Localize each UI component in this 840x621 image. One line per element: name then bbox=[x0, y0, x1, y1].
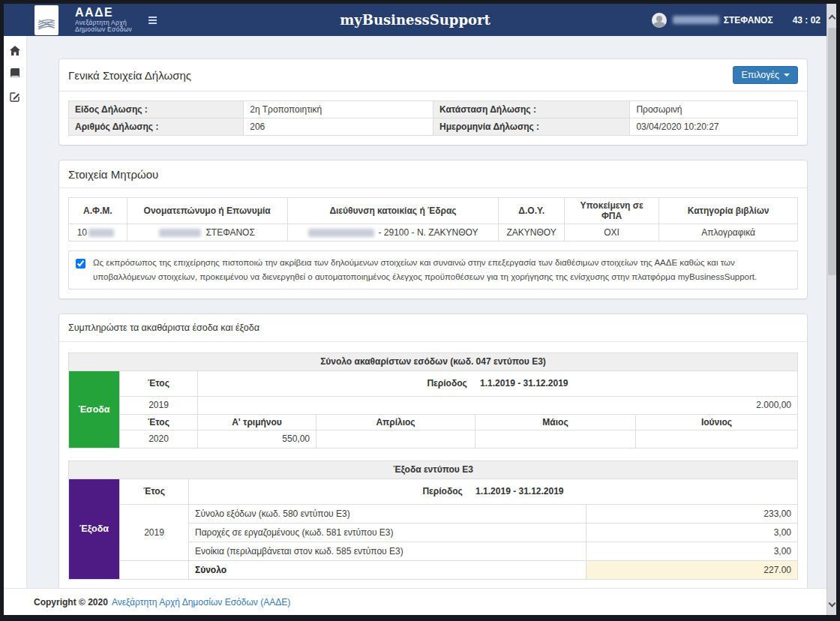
edit-icon[interactable] bbox=[9, 91, 21, 103]
field-value: 2η Τροποποιητική bbox=[244, 101, 434, 118]
field-value: 206 bbox=[244, 118, 434, 136]
table-row: Έξοδα Έτος Περίοδος 1.1.2019 - 31.12.201… bbox=[69, 478, 798, 504]
table-row: Είδος Δήλωσης : 2η Τροποποιητική Κατάστα… bbox=[69, 101, 798, 118]
income-table-header-row: Σύνολο ακαθαρίστων εσόδων (κωδ. 047 εντύ… bbox=[69, 352, 798, 370]
consent-checkbox[interactable] bbox=[76, 259, 86, 268]
month-column-header: Ιούνιος bbox=[636, 414, 798, 430]
month-column-header: Α' τριμήνου bbox=[198, 414, 316, 430]
expenses-side-label: Έξοδα bbox=[69, 478, 120, 579]
table-row: 2020 550,00 bbox=[69, 430, 798, 448]
window-frame: ΑΑΔΕ Ανεξάρτητη Αρχή Δημοσίων Εσόδων myB… bbox=[0, 0, 840, 621]
expenses-table-header: Έξοδα εντύπου Ε3 bbox=[69, 460, 798, 478]
general-declaration-panel: Γενικά Στοιχεία Δήλωσης Επιλογές Είδος Δ… bbox=[58, 58, 808, 146]
field-value: 03/04/2020 10:20:27 bbox=[630, 118, 798, 136]
expense-employees-cell[interactable]: 3,00 bbox=[586, 523, 798, 542]
main-content: Γενικά Στοιχεία Δήλωσης Επιλογές Είδος Δ… bbox=[27, 36, 826, 588]
income-2020-may-cell[interactable] bbox=[476, 430, 636, 448]
table-row: Σύνολο 227.00 bbox=[69, 560, 798, 579]
expense-row-label: Παροχές σε εργαζομένους (κωδ. 581 εντύπο… bbox=[189, 523, 586, 542]
avatar-icon[interactable] bbox=[652, 13, 667, 28]
expense-row-label: Σύνολο εξόδων (κωδ. 580 εντύπου Ε3) bbox=[189, 504, 586, 523]
field-label: Κατάσταση Δήλωσης : bbox=[433, 101, 629, 118]
expense-rent-cell[interactable]: 3,00 bbox=[586, 542, 798, 560]
expenses-total-value-cell: 227.00 bbox=[586, 560, 798, 579]
field-value: Προσωρινή bbox=[630, 101, 798, 118]
top-navbar: ΑΑΔΕ Ανεξάρτητη Αρχή Δημοσίων Εσόδων myB… bbox=[4, 4, 826, 36]
consent-box: Ως εκπρόσωπος της επιχείρησης πιστοποιώ … bbox=[68, 250, 798, 290]
name-cell: ΣΤΕΦΑΝΟΣ bbox=[127, 224, 287, 242]
field-label: Είδος Δήλωσης : bbox=[69, 101, 244, 118]
vertical-scrollbar[interactable] bbox=[826, 4, 836, 615]
month-column-header: Μάιος bbox=[476, 414, 636, 430]
empty-year-cell bbox=[120, 560, 189, 579]
income-year-2019: 2019 bbox=[120, 396, 198, 414]
table-row: Έτος Α' τριμήνου Απρίλιος Μάιος Ιούνιος bbox=[69, 414, 798, 430]
field-label: Αριθμός Δήλωσης : bbox=[69, 118, 244, 136]
books-cell: Απλογραφικά bbox=[659, 224, 798, 242]
redacted-afm bbox=[88, 229, 114, 237]
doy-cell: ΖΑΚΥΝΘΟΥ bbox=[499, 224, 564, 242]
expenses-table-header-row: Έξοδα εντύπου Ε3 bbox=[69, 460, 798, 478]
expense-row-label: Ενοίκια (περιλαμβάνεται στον κωδ. 585 εν… bbox=[189, 542, 586, 560]
expenses-total-label: Σύνολο bbox=[189, 560, 586, 579]
address-cell: - 29100 - Ν. ΖΑΚΥΝΘΟΥ bbox=[287, 224, 499, 242]
user-name: ΣΤΕΦΑΝΟΣ bbox=[724, 15, 773, 26]
income-2020-apr-cell[interactable] bbox=[316, 430, 476, 448]
expenses-year-2019: 2019 bbox=[120, 504, 189, 560]
footer-aade-link[interactable]: Ανεξάρτητη Αρχή Δημοσίων Εσόδων (ΑΑΔΕ) bbox=[112, 597, 290, 608]
table-row: Αριθμός Δήλωσης : 206 Ημερομηνία Δήλωσης… bbox=[69, 118, 798, 136]
column-header: Κατηγορία βιβλίων bbox=[659, 198, 798, 224]
declaration-info-table: Είδος Δήλωσης : 2η Τροποποιητική Κατάστα… bbox=[68, 100, 798, 136]
redacted-address bbox=[308, 229, 374, 237]
session-timer: 43 : 02 bbox=[793, 15, 820, 26]
income-table: Σύνολο ακαθαρίστων εσόδων (κωδ. 047 εντύ… bbox=[68, 352, 798, 448]
income-expenses-panel: Συμπληρώστε τα ακαθάριστα έσοδα και έξοδ… bbox=[58, 314, 808, 588]
income-2019-total-cell[interactable]: 2.000,00 bbox=[198, 396, 798, 414]
year-label: Έτος bbox=[120, 414, 198, 430]
income-expenses-title: Συμπληρώστε τα ακαθάριστα έσοδα και έξοδ… bbox=[68, 322, 260, 333]
book-icon[interactable] bbox=[9, 68, 21, 80]
income-period-cell: Περίοδος 1.1.2019 - 31.12.2019 bbox=[198, 370, 798, 396]
month-column-header: Απρίλιος bbox=[316, 414, 476, 430]
expenses-period-cell: Περίοδος 1.1.2019 - 31.12.2019 bbox=[189, 478, 798, 504]
scrollbar-up-icon[interactable] bbox=[829, 13, 836, 20]
registry-panel-title: Στοιχεία Μητρώου bbox=[68, 168, 158, 181]
scrollbar-down-icon[interactable] bbox=[829, 601, 836, 608]
home-icon[interactable] bbox=[9, 44, 21, 56]
left-sidebar bbox=[4, 36, 27, 588]
footer: Copyright © 2020 Ανεξάρτητη Αρχή Δημοσίω… bbox=[4, 588, 826, 615]
scrollbar-thumb[interactable] bbox=[828, 28, 836, 275]
app-screen: ΑΑΔΕ Ανεξάρτητη Αρχή Δημοσίων Εσόδων myB… bbox=[4, 4, 836, 615]
table-row: Έσοδα Έτος Περίοδος 1.1.2019 - 31.12.201… bbox=[69, 370, 798, 396]
copyright-text: Copyright © 2020 bbox=[34, 597, 108, 608]
field-label: Ημερομηνία Δήλωσης : bbox=[433, 118, 629, 136]
expense-total-e3-cell[interactable]: 233,00 bbox=[586, 504, 798, 523]
caret-down-icon bbox=[784, 74, 790, 76]
afm-cell: 10 bbox=[69, 224, 128, 242]
options-button[interactable]: Επιλογές bbox=[733, 66, 798, 84]
redacted-user-name bbox=[673, 16, 719, 24]
year-label: Έτος bbox=[120, 370, 198, 396]
consent-text: Ως εκπρόσωπος της επιχείρησης πιστοποιώ … bbox=[93, 256, 790, 284]
year-label: Έτος bbox=[120, 478, 189, 504]
income-2020-q1-cell[interactable]: 550,00 bbox=[198, 430, 316, 448]
registry-data-row: 10 ΣΤΕΦΑΝΟΣ - 29100 - Ν. ΖΑΚΥΝΘΟΥ ΖΑΚΥΝΘ… bbox=[69, 224, 798, 242]
income-2020-jun-cell[interactable] bbox=[636, 430, 798, 448]
income-year-2020: 2020 bbox=[120, 430, 198, 448]
income-side-label: Έσοδα bbox=[69, 370, 120, 448]
general-panel-title: Γενικά Στοιχεία Δήλωσης bbox=[68, 69, 191, 82]
column-header: Υποκείμενη σε ΦΠΑ bbox=[564, 198, 658, 224]
vat-cell: ΟΧΙ bbox=[564, 224, 658, 242]
expenses-table: Έξοδα εντύπου Ε3 Έξοδα Έτος Περίοδος 1.1… bbox=[68, 460, 798, 580]
income-table-header: Σύνολο ακαθαρίστων εσόδων (κωδ. 047 εντύ… bbox=[69, 352, 798, 370]
column-header: Διεύθυνση κατοικίας ή Έδρας bbox=[287, 198, 499, 224]
registry-panel: Στοιχεία Μητρώου Α.Φ.Μ. Ονοματεπώνυμο ή … bbox=[58, 160, 808, 299]
registry-table: Α.Φ.Μ. Ονοματεπώνυμο ή Επωνυμία Διεύθυνσ… bbox=[68, 197, 798, 242]
redacted-name bbox=[159, 229, 201, 237]
column-header: Ονοματεπώνυμο ή Επωνυμία bbox=[127, 198, 287, 224]
table-row: 2019 Σύνολο εξόδων (κωδ. 580 εντύπου Ε3)… bbox=[69, 504, 798, 523]
table-row: 2019 2.000,00 bbox=[69, 396, 798, 414]
registry-header-row: Α.Φ.Μ. Ονοματεπώνυμο ή Επωνυμία Διεύθυνσ… bbox=[69, 198, 798, 224]
column-header: Α.Φ.Μ. bbox=[69, 198, 128, 224]
column-header: Δ.Ο.Υ. bbox=[499, 198, 564, 224]
